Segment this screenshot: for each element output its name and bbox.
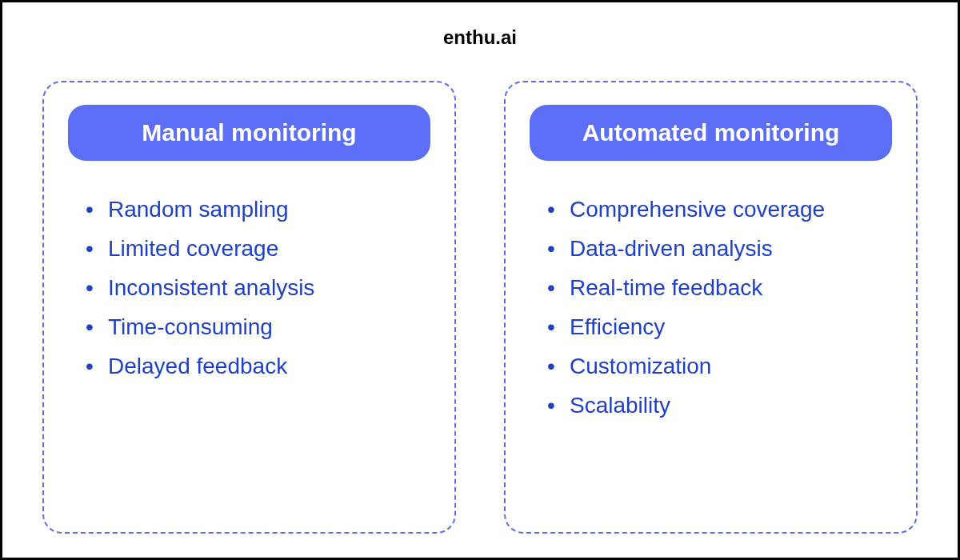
card-manual-monitoring: Manual monitoring Random sampling Limite…	[42, 81, 456, 534]
list-item: Inconsistent analysis	[108, 268, 430, 307]
list-item: Scalability	[570, 386, 892, 425]
card-header-manual: Manual monitoring	[68, 105, 430, 161]
cards-container: Manual monitoring Random sampling Limite…	[42, 81, 918, 534]
list-item: Random sampling	[108, 190, 430, 229]
list-item: Efficiency	[570, 307, 892, 346]
list-item: Comprehensive coverage	[570, 190, 892, 229]
card-list-automated: Comprehensive coverage Data-driven analy…	[530, 190, 892, 425]
list-item: Time-consuming	[108, 307, 430, 346]
list-item: Delayed feedback	[108, 346, 430, 386]
list-item: Customization	[570, 346, 892, 386]
list-item: Limited coverage	[108, 229, 430, 268]
card-header-automated: Automated monitoring	[530, 105, 892, 161]
list-item: Real-time feedback	[570, 268, 892, 307]
card-automated-monitoring: Automated monitoring Comprehensive cover…	[504, 81, 918, 534]
card-list-manual: Random sampling Limited coverage Inconsi…	[68, 190, 430, 386]
page-title: enthu.ai	[42, 26, 918, 49]
list-item: Data-driven analysis	[570, 229, 892, 268]
